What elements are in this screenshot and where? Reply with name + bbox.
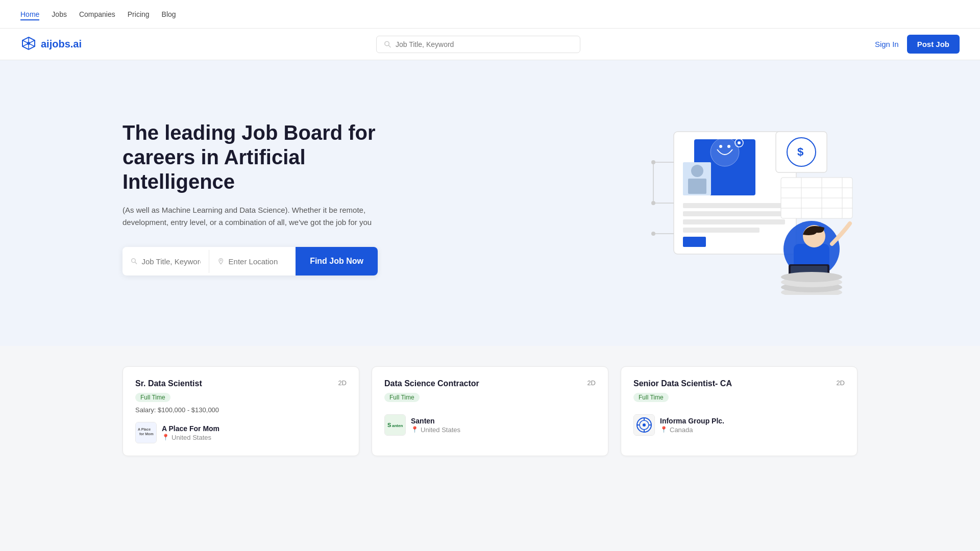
svg-point-21 (727, 145, 730, 148)
svg-point-15 (651, 160, 655, 164)
hero-subtitle: (As well as Machine Learning and Data Sc… (122, 204, 388, 229)
logo-link[interactable]: aijobs.ai (20, 36, 82, 53)
hero-illustration: $ (643, 101, 857, 295)
header-search-icon (384, 40, 391, 48)
svg-text:S: S (387, 422, 391, 428)
jobs-grid: Sr. Data Scientist 2D Full Time Salary: … (122, 366, 857, 456)
svg-point-17 (651, 232, 655, 236)
svg-text:for Mom: for Mom (139, 432, 154, 436)
job-badge-2: Full Time (384, 393, 420, 402)
jobs-section: Sr. Data Scientist 2D Full Time Salary: … (0, 346, 980, 487)
nav-item-home[interactable]: Home (20, 10, 39, 19)
svg-line-8 (135, 262, 136, 264)
nav-links: Home Jobs Companies Pricing Blog (20, 10, 176, 19)
svg-point-60 (643, 423, 646, 427)
svg-point-25 (691, 165, 703, 177)
hero-content: The leading Job Board for careers in Art… (122, 120, 388, 276)
svg-rect-29 (683, 219, 785, 224)
job-badge-1: Full Time (135, 393, 170, 402)
hero-keyword-input[interactable] (141, 257, 201, 266)
header-search-bar[interactable] (376, 36, 580, 53)
job-time-ago-2: 2D (587, 379, 596, 387)
header-search-input[interactable] (396, 40, 573, 48)
job-card-1-header: Sr. Data Scientist 2D (135, 379, 347, 388)
company-info-3: Informa Group Plc. 📍 Canada (660, 417, 724, 434)
nav-item-blog[interactable]: Blog (162, 10, 176, 19)
top-nav: Home Jobs Companies Pricing Blog (0, 0, 980, 29)
svg-rect-27 (683, 203, 785, 208)
svg-rect-31 (683, 237, 706, 247)
job-company-2: S anten Santen 📍 United States (384, 414, 596, 436)
hero-title: The leading Job Board for careers in Art… (122, 120, 388, 194)
svg-point-4 (27, 42, 30, 45)
job-company-3: Informa Group Plc. 📍 Canada (633, 414, 845, 436)
job-time-ago-1: 2D (338, 379, 347, 387)
svg-text:$: $ (797, 145, 803, 158)
location-pin-icon-3: 📍 (660, 426, 668, 433)
company-info-1: A Place For Mom 📍 United States (162, 424, 219, 441)
company-name-3: Informa Group Plc. (660, 417, 724, 425)
company-name-2: Santen (411, 417, 460, 425)
svg-point-50 (781, 272, 842, 282)
job-title-3: Senior Data Scientist- CA (633, 379, 732, 388)
header-actions: Sign In Post Job (875, 35, 960, 54)
job-title-2: Data Science Contractor (384, 379, 479, 388)
nav-item-pricing[interactable]: Pricing (128, 10, 150, 19)
svg-point-16 (651, 201, 655, 205)
company-info-2: Santen 📍 United States (411, 417, 460, 434)
job-card-2[interactable]: Data Science Contractor 2D Full Time S a… (372, 366, 608, 456)
job-company-1: A Place for Mom A Place For Mom 📍 United… (135, 422, 347, 443)
job-card-2-header: Data Science Contractor 2D (384, 379, 596, 388)
hero-location-field[interactable] (209, 250, 296, 273)
company-location-3: 📍 Canada (660, 426, 724, 434)
job-card-3-header: Senior Data Scientist- CA 2D (633, 379, 845, 388)
svg-point-20 (719, 145, 722, 148)
job-card-3[interactable]: Senior Data Scientist- CA 2D Full Time (621, 366, 857, 456)
job-salary-1: Salary: $100,000 - $130,000 (135, 406, 347, 414)
hero-search-bar: Find Job Now (122, 247, 378, 276)
nav-item-jobs[interactable]: Jobs (52, 10, 67, 19)
svg-rect-30 (683, 228, 760, 233)
svg-point-9 (220, 260, 222, 261)
company-logo-3 (633, 414, 655, 436)
location-pin-icon-1: 📍 (162, 434, 169, 441)
signin-button[interactable]: Sign In (875, 40, 899, 48)
job-card-1[interactable]: Sr. Data Scientist 2D Full Time Salary: … (122, 366, 359, 456)
company-location-2: 📍 United States (411, 426, 460, 434)
company-name-1: A Place For Mom (162, 424, 219, 433)
hero-search-icon (131, 257, 137, 265)
svg-rect-26 (688, 179, 706, 194)
site-header: aijobs.ai Sign In Post Job (0, 29, 980, 60)
logo-text: aijobs.ai (41, 38, 82, 50)
postjob-button[interactable]: Post Job (907, 35, 960, 54)
hero-location-icon (217, 257, 224, 265)
hero-search-field[interactable] (122, 250, 209, 273)
hero-section: The leading Job Board for careers in Art… (0, 60, 980, 346)
job-badge-3: Full Time (633, 393, 669, 402)
company-logo-1: A Place for Mom (135, 422, 157, 443)
logo-icon (20, 36, 37, 53)
hero-location-input[interactable] (229, 257, 288, 266)
svg-rect-28 (683, 211, 785, 216)
svg-point-23 (738, 141, 741, 144)
company-logo-2: S anten (384, 414, 406, 436)
svg-text:anten: anten (392, 423, 403, 428)
find-job-button[interactable]: Find Job Now (296, 247, 378, 276)
svg-text:A Place: A Place (138, 428, 151, 431)
company-location-1: 📍 United States (162, 434, 219, 441)
location-pin-icon-2: 📍 (411, 426, 419, 433)
nav-item-companies[interactable]: Companies (79, 10, 115, 19)
job-time-ago-3: 2D (836, 379, 845, 387)
svg-line-6 (388, 45, 390, 47)
job-title-1: Sr. Data Scientist (135, 379, 202, 388)
